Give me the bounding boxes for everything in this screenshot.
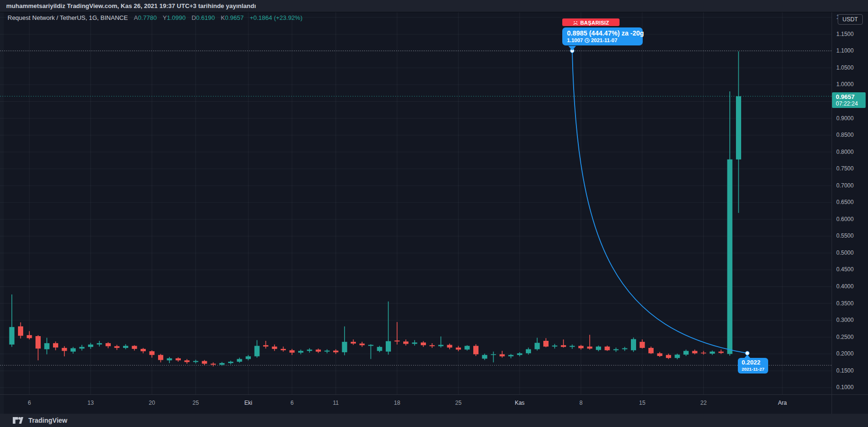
candle[interactable] <box>386 302 391 355</box>
candle[interactable] <box>438 337 443 348</box>
candle[interactable] <box>648 347 654 354</box>
chart-pane[interactable] <box>0 0 832 414</box>
candle[interactable] <box>718 350 724 354</box>
candle[interactable] <box>465 345 470 350</box>
candle[interactable] <box>246 355 251 360</box>
prediction-tooltip[interactable]: BAŞARISIZ 0.8985 (444.47%) za -20g 1.100… <box>562 18 647 45</box>
candle[interactable] <box>447 344 452 349</box>
candle[interactable] <box>35 335 41 360</box>
prediction-curve[interactable] <box>572 51 747 353</box>
candle[interactable] <box>360 342 365 347</box>
candle[interactable] <box>141 348 146 353</box>
candle[interactable] <box>132 345 137 350</box>
target-price: 0.2022 <box>742 359 764 366</box>
candle[interactable] <box>368 344 373 359</box>
candle[interactable] <box>228 361 233 365</box>
candle[interactable] <box>333 349 338 354</box>
candle[interactable] <box>325 349 330 354</box>
candle[interactable] <box>53 341 58 350</box>
candle[interactable] <box>150 350 155 358</box>
candle[interactable] <box>613 347 619 352</box>
candle[interactable] <box>307 348 312 353</box>
prediction-source-price: 1.1007 <box>567 37 583 43</box>
candle[interactable] <box>97 341 102 347</box>
candle[interactable] <box>727 91 733 356</box>
time-axis-label: Ara <box>778 400 787 406</box>
candle[interactable] <box>71 347 76 354</box>
candle[interactable] <box>491 352 496 363</box>
candle[interactable] <box>412 340 417 346</box>
candle[interactable] <box>158 354 163 363</box>
brand-name[interactable]: TradingView <box>28 417 67 424</box>
candle[interactable] <box>535 338 540 351</box>
candle[interactable] <box>403 339 408 346</box>
candle[interactable] <box>552 344 558 348</box>
candle[interactable] <box>9 294 15 347</box>
candle[interactable] <box>237 358 242 363</box>
candle[interactable] <box>80 345 85 351</box>
price-unit-button[interactable]: USDT <box>838 14 863 25</box>
candle[interactable] <box>27 331 32 339</box>
candle[interactable] <box>657 352 663 357</box>
candle[interactable] <box>456 346 461 351</box>
candle[interactable] <box>263 341 268 348</box>
candle[interactable] <box>185 359 190 364</box>
candle[interactable] <box>517 352 523 356</box>
price-axis-label: 0.1500 <box>836 367 854 374</box>
candle[interactable] <box>281 347 286 352</box>
candle[interactable] <box>211 363 216 367</box>
candle[interactable] <box>605 346 610 351</box>
candle[interactable] <box>351 339 356 345</box>
candle[interactable] <box>675 354 680 359</box>
candle[interactable] <box>62 346 67 356</box>
candle[interactable] <box>736 52 741 213</box>
candle[interactable] <box>666 354 671 359</box>
candle[interactable] <box>640 339 645 348</box>
prediction-target-label[interactable]: 0.2022 2021-11-27 <box>738 358 768 374</box>
candle[interactable] <box>167 357 172 363</box>
candle[interactable] <box>18 322 23 338</box>
candle[interactable] <box>631 338 636 352</box>
candle[interactable] <box>193 360 198 364</box>
price-axis-label: 0.6000 <box>836 216 854 222</box>
candle[interactable] <box>342 326 347 355</box>
time-axis-label: 20 <box>149 400 155 406</box>
candle[interactable] <box>561 339 566 347</box>
candle[interactable] <box>570 345 575 349</box>
candle[interactable] <box>44 338 50 355</box>
prediction-summary-box[interactable]: 0.8985 (444.47%) za -20g 1.1007 2021-11-… <box>562 27 643 45</box>
price-axis-label: 0.9000 <box>836 115 854 122</box>
candle[interactable] <box>430 343 435 348</box>
time-scale[interactable]: 6132025Eki6111825Kas81522Ara <box>0 394 868 414</box>
candle[interactable] <box>421 341 426 347</box>
candle[interactable] <box>316 348 321 353</box>
candle[interactable] <box>692 350 698 355</box>
symbol-title[interactable]: Request Network / TetherUS, 1G, BINANCE <box>8 14 128 21</box>
candle[interactable] <box>272 345 277 351</box>
prediction-status-badge[interactable]: BAŞARISIZ <box>562 18 620 26</box>
candle[interactable] <box>176 357 181 362</box>
candle[interactable] <box>526 347 531 355</box>
candle[interactable] <box>106 342 111 348</box>
candle[interactable] <box>508 354 514 358</box>
candle[interactable] <box>377 346 382 353</box>
candle[interactable] <box>683 350 689 356</box>
candle[interactable] <box>88 343 93 349</box>
candle[interactable] <box>596 346 601 351</box>
candle[interactable] <box>115 345 120 350</box>
candle[interactable] <box>255 340 260 358</box>
candle[interactable] <box>578 345 584 350</box>
candle[interactable] <box>500 351 505 357</box>
candle[interactable] <box>543 338 549 347</box>
candle[interactable] <box>298 350 303 355</box>
symbol-legend[interactable]: Request Network / TetherUS, 1G, BINANCE … <box>8 14 302 21</box>
candle[interactable] <box>395 322 400 345</box>
candle[interactable] <box>202 360 207 365</box>
candle[interactable] <box>473 344 478 356</box>
candle[interactable] <box>482 354 487 360</box>
candle[interactable] <box>710 351 715 355</box>
candle[interactable] <box>123 344 128 349</box>
candle[interactable] <box>622 347 628 351</box>
price-scale[interactable]: 0.10000.15000.20000.25000.30000.35000.40… <box>832 12 868 414</box>
tradingview-logo-icon[interactable] <box>12 417 24 424</box>
